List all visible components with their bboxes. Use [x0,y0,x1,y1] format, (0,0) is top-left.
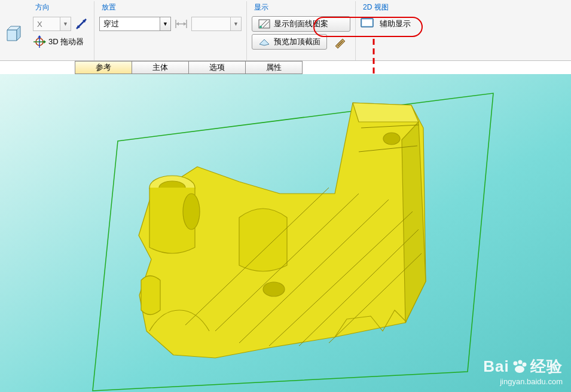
flip-direction-icon[interactable] [74,16,89,32]
hatch-icon [258,19,270,29]
axis-dropdown[interactable]: X ▼ [33,17,71,31]
svg-point-47 [523,363,527,367]
tabs-bar: 参考 主体 选项 属性 [75,61,302,74]
chevron-down-icon: ▼ [160,17,170,30]
tab-properties[interactable]: 属性 [245,61,303,74]
svg-point-44 [263,282,285,296]
tab-options[interactable]: 选项 [188,61,246,74]
svg-point-43 [383,133,400,145]
preview-top-button[interactable]: 预览加顶截面 [252,34,327,50]
svg-point-48 [515,366,524,373]
3d-dragger-label: 3D 拖动器 [48,36,84,47]
show-hatch-button[interactable]: 显示剖面线图案 [252,16,350,32]
hatch-settings-icon[interactable] [334,35,349,48]
group-header-2dview: 2D 视图 [361,1,411,16]
ribbon-group-display: 显示 显示剖面线图案 [247,1,356,60]
ribbon-group-direction: 方向 X ▼ [28,1,94,60]
placement-dropdown[interactable]: 穿过 ▼ [99,17,171,31]
group-header-direction: 方向 [33,1,89,16]
placement-value: 穿过 [100,17,160,30]
distance-icon [173,16,189,32]
svg-point-34 [183,194,200,229]
3d-dragger-icon[interactable] [33,35,46,48]
chevron-down-icon: ▼ [230,17,241,30]
svg-marker-0 [7,30,17,41]
svg-point-45 [514,362,518,366]
svg-marker-9 [38,35,41,38]
tab-body[interactable]: 主体 [132,61,189,74]
chevron-down-icon: ▼ [60,17,71,30]
distance-value-dropdown[interactable]: ▼ [191,17,242,31]
monitor-icon[interactable] [361,18,374,30]
show-hatch-label: 显示剖面线图案 [274,19,328,29]
watermark-brand2: 经验 [530,357,563,375]
svg-marker-30 [353,103,419,122]
tab-reference[interactable]: 参考 [75,61,132,74]
group-header-placement: 放置 [99,1,242,16]
svg-marker-10 [44,40,46,44]
ribbon-toolbar: 方向 X ▼ [0,0,571,61]
preview-top-label: 预览加顶截面 [274,36,320,47]
svg-point-19 [259,26,262,28]
distance-value [192,23,230,25]
watermark: Bai 经验 jingyan.baidu.com [483,356,563,386]
watermark-brand: Bai [483,357,509,375]
svg-point-46 [518,360,523,365]
ribbon-group-2dview: 2D 视图 辅助显示 [356,1,416,60]
watermark-url: jingyan.baidu.com [483,377,563,386]
cube-preview-icon [3,17,26,50]
paw-icon [511,359,528,374]
aux-display-label: 辅助显示 [380,19,411,29]
svg-marker-14 [176,22,179,26]
svg-marker-20 [259,39,269,45]
3d-model [0,74,571,392]
ribbon-group-placement: 放置 穿过 ▼ [94,1,247,60]
preview-icon [258,37,270,47]
3d-viewport[interactable]: Bai 经验 jingyan.baidu.com [0,74,571,392]
axis-value: X [33,19,60,30]
svg-line-18 [263,22,269,27]
svg-rect-25 [362,20,372,26]
svg-marker-15 [184,22,186,26]
group-header-display: 显示 [252,1,350,16]
